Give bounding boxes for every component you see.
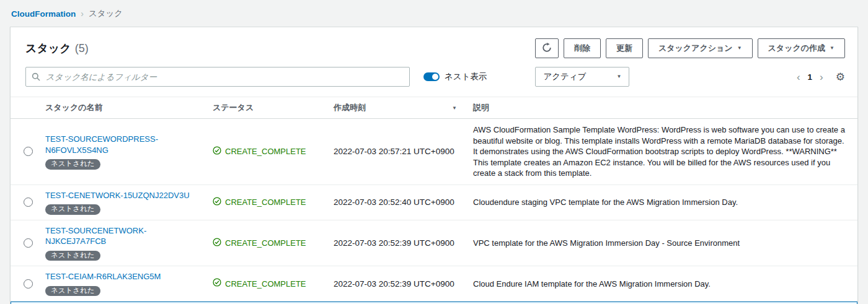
nested-badge: ネストされた — [45, 204, 100, 215]
status-filter-dropdown[interactable]: アクティブ ▼ — [535, 67, 629, 87]
stack-radio[interactable] — [24, 279, 33, 289]
created-cell: 2022-07-03 20:52:39 UTC+0900 — [334, 279, 473, 289]
table-header-row: スタックの名前 ステータス 作成時刻 ▼ 説明 — [11, 97, 857, 119]
nested-toggle-label: ネスト表示 — [445, 71, 487, 82]
caret-down-icon: ▼ — [617, 74, 622, 79]
stack-radio[interactable] — [24, 147, 33, 156]
col-header-created-label: 作成時刻 — [334, 102, 366, 113]
delete-button-label: 削除 — [574, 43, 590, 54]
caret-down-icon: ▼ — [737, 46, 742, 51]
check-circle-icon — [213, 278, 221, 289]
col-header-created[interactable]: 作成時刻 ▼ — [334, 97, 473, 118]
col-header-name: スタックの名前 — [45, 97, 213, 118]
panel-header: スタック (5) 削除 更新 スタックアクション ▼ スタックの作成 ▼ — [11, 27, 857, 67]
status-text: CREATE_COMPLETE — [225, 238, 306, 248]
create-stack-button[interactable]: スタックの作成 ▼ — [758, 38, 845, 58]
col-header-status: ステータス — [213, 97, 334, 118]
search-icon — [32, 72, 40, 84]
description-cell: Cloud Endure IAM template for the AWS Mi… — [473, 273, 857, 295]
description-cell: Master template to create the Elastic Di… — [473, 302, 857, 304]
sort-descending-icon[interactable]: ▼ — [452, 105, 457, 111]
check-circle-icon — [213, 146, 221, 157]
create-stack-label: スタックの作成 — [768, 43, 826, 54]
col-header-description: 説明 — [473, 97, 857, 118]
refresh-icon — [542, 43, 552, 54]
stack-name-link[interactable]: TEST-SOURCENETWORK-NJKCEJ7A7FCB — [45, 225, 203, 247]
check-circle-icon — [213, 238, 221, 249]
stack-name-link[interactable]: TEST-CEIAM-R6RLAK3ENG5M — [45, 271, 161, 282]
description-cell: VPC template for the AWS Migration Immer… — [473, 232, 857, 254]
update-button[interactable]: 更新 — [606, 38, 643, 58]
search-input[interactable] — [25, 67, 410, 87]
description-cell: AWS CloudFormation Sample Template WordP… — [473, 119, 857, 185]
delete-button[interactable]: 削除 — [564, 38, 601, 58]
nested-badge: ネストされた — [45, 251, 100, 261]
table-row-selected[interactable]: TEST CREATE_COMPLETE 2022-07-03 20:52:33… — [11, 302, 857, 304]
refresh-button[interactable] — [535, 38, 559, 58]
col-header-select — [11, 103, 45, 113]
caret-down-icon: ▼ — [830, 46, 835, 51]
table-row[interactable]: TEST-CENETWORK-15UZQNJ22DV3U ネストされた CREA… — [11, 185, 857, 220]
breadcrumb-link-cloudformation[interactable]: CloudFormation — [11, 9, 76, 19]
update-button-label: 更新 — [616, 43, 632, 54]
page-title: スタック — [25, 41, 71, 56]
search-box — [25, 67, 410, 87]
breadcrumb: CloudFormation › スタック — [0, 0, 868, 25]
stack-name-link[interactable]: TEST-CENETWORK-15UZQNJ22DV3U — [45, 190, 190, 201]
stack-radio[interactable] — [24, 198, 33, 207]
stacks-panel: スタック (5) 削除 更新 スタックアクション ▼ スタックの作成 ▼ — [10, 27, 858, 304]
nested-toggle[interactable]: ネスト表示 — [423, 71, 487, 82]
breadcrumb-current: スタック — [89, 8, 123, 19]
created-cell: 2022-07-03 20:52:40 UTC+0900 — [334, 198, 473, 207]
stack-name-link[interactable]: TEST-SOURCEWORDPRESS-N6FOVLX5S4NG — [45, 134, 203, 155]
stack-actions-button[interactable]: スタックアクション ▼ — [648, 38, 753, 58]
pagination: ‹ 1 › ⚙ — [797, 72, 845, 82]
toggle-switch[interactable] — [423, 72, 440, 81]
stack-actions-label: スタックアクション — [658, 43, 733, 54]
nested-badge: ネストされた — [45, 286, 100, 297]
table-row[interactable]: TEST-CEIAM-R6RLAK3ENG5M ネストされた CREATE_CO… — [11, 266, 857, 302]
next-page-button[interactable]: › — [820, 72, 823, 82]
check-circle-icon — [213, 197, 221, 208]
stack-radio[interactable] — [24, 238, 33, 248]
breadcrumb-separator: › — [81, 9, 84, 19]
table-row[interactable]: TEST-SOURCEWORDPRESS-N6FOVLX5S4NG ネストされた… — [11, 119, 857, 185]
toggle-knob — [432, 74, 438, 80]
prev-page-button[interactable]: ‹ — [797, 72, 800, 82]
created-cell: 2022-07-03 20:52:39 UTC+0900 — [334, 238, 473, 248]
stack-count: (5) — [75, 42, 89, 55]
controls-row: ネスト表示 アクティブ ▼ ‹ 1 › ⚙ — [11, 67, 857, 97]
nested-badge: ネストされた — [45, 159, 100, 170]
status-filter-value: アクティブ — [543, 71, 586, 82]
description-cell: Cloudendure staging VPC template for the… — [473, 191, 857, 214]
gear-icon: ⚙ — [836, 71, 845, 83]
page-number: 1 — [808, 72, 813, 82]
status-text: CREATE_COMPLETE — [225, 198, 306, 207]
table-row[interactable]: TEST-SOURCENETWORK-NJKCEJ7A7FCB ネストされた C… — [11, 220, 857, 267]
created-cell: 2022-07-03 20:57:21 UTC+0900 — [334, 147, 473, 156]
settings-gear-button[interactable]: ⚙ — [836, 72, 845, 82]
status-text: CREATE_COMPLETE — [225, 147, 306, 156]
status-text: CREATE_COMPLETE — [225, 279, 306, 289]
